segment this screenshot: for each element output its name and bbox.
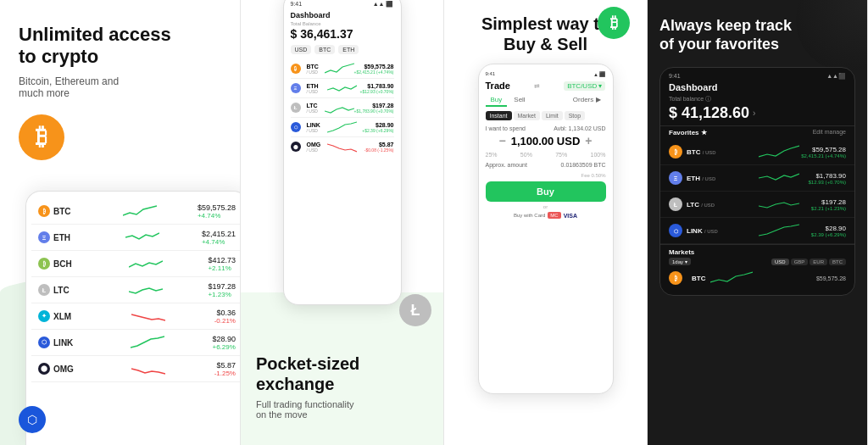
price-change: $2.39 (+6.29%) <box>799 232 846 237</box>
eth-dark-chart <box>759 170 799 186</box>
pct-25[interactable]: 25% <box>486 152 498 158</box>
time: 9:41 <box>486 71 496 77</box>
trade-pair: BTC/USD ▾ <box>564 81 605 91</box>
tab-buy[interactable]: Buy <box>486 94 508 107</box>
tab-usd[interactable]: USD <box>291 45 312 54</box>
eth-sub: / USD <box>307 89 327 94</box>
link-name: LINK <box>53 338 83 348</box>
omg-dot: ⬤ <box>38 363 50 375</box>
balance-row: $ 41,128.60 › <box>660 103 854 125</box>
tab-btc[interactable]: BTC <box>829 259 846 265</box>
tab-eur[interactable]: EUR <box>810 259 827 265</box>
tab-usd[interactable]: USD <box>771 259 789 265</box>
eth-info: ETH / USD <box>687 175 759 182</box>
statusbar: 9:41 ▲ ⬛ <box>486 71 606 77</box>
btc-market-name: BTC <box>692 275 705 282</box>
link-dot: ⬡ <box>38 337 50 348</box>
table-row: Ξ ETH / USD $1,783.90 +$12.93 (+0.70%) <box>291 79 394 98</box>
omg-sub: / USD <box>307 147 327 153</box>
favorites-section: Favorites ★ Edit manage <box>660 125 854 139</box>
spend-label: I want to spend <box>486 125 526 131</box>
table-row: ₿ BTC / USD $59,575.28 +$2,415.21 (+4.74… <box>291 59 394 79</box>
eth-name: ETH / USD <box>687 175 759 182</box>
btn-stop[interactable]: Stop <box>565 111 585 120</box>
omg-name: OMG <box>307 142 327 147</box>
link-sparkline <box>131 334 164 351</box>
trade-tabs: Buy Sell Orders ▶ <box>486 94 606 107</box>
ltc-price: $197.28 <box>208 282 236 291</box>
btn-market[interactable]: Market <box>514 111 540 120</box>
pct-100[interactable]: 100% <box>591 152 606 158</box>
panel-4-phone: 9:41 ▲▲⬛ Dashboard Total balance ⓘ $ 41,… <box>659 67 855 296</box>
time: 9:41 <box>669 73 681 80</box>
btc-market-dot: ₿ <box>669 271 682 285</box>
pct-75[interactable]: 75% <box>555 152 567 158</box>
ltc-sub: / USD <box>307 108 325 114</box>
panel-1-subtext: Bitcoin, Ethereum andmuch more <box>19 75 221 99</box>
btc-dot: ₿ <box>669 145 682 159</box>
signal-icons: ▲▲ ⬛ <box>373 1 394 8</box>
dashboard-title: Dashboard <box>291 11 394 19</box>
trade-screen: 9:41 ▲ ⬛ Trade ⇄ BTC/USD ▾ Buy Sell Orde… <box>479 64 613 219</box>
omg-change: -1.25% <box>214 370 236 377</box>
market-row: ₿ BTC $59,575.28 <box>660 268 854 288</box>
timeframe-1day[interactable]: 1day ▾ <box>669 258 691 265</box>
buywithcard-label: Buy with Card <box>514 213 545 218</box>
amount-row: − 1,100.00 USD + <box>486 134 606 147</box>
link-price: $28.90 <box>212 335 236 343</box>
favorites-label: Favorites ★ <box>669 129 707 136</box>
link-change: +6.29% <box>212 343 236 351</box>
table-row: ⬤ OMG $5.87 -1.25% <box>31 356 241 382</box>
table-row: Ξ ETH $2,415.21 +4.74% <box>31 225 241 251</box>
btn-instant[interactable]: Instant <box>486 111 512 120</box>
price-change: $2.21 (+1.23%) <box>799 206 846 211</box>
dark-table-row: ⬡ LINK / USD $28.90 $2.39 (+6.29%) <box>660 218 854 244</box>
panel-unlimited-access: Unlimited accessto crypto Bitcoin, Ether… <box>0 0 241 445</box>
bch-dot: ₿ <box>38 258 50 270</box>
ltc-dot: Ł <box>669 197 682 211</box>
table-row: ⬡ LINK $28.90 +6.29% <box>31 330 241 356</box>
or-divider: or <box>486 204 606 209</box>
minus-button[interactable]: − <box>498 134 505 147</box>
ltc-price: $197.28 <box>354 103 394 108</box>
dark-dashboard-title: Dashboard <box>660 82 854 95</box>
tab-btc[interactable]: BTC <box>314 45 335 54</box>
tab-eth[interactable]: ETH <box>338 45 359 54</box>
eth-dot: Ξ <box>291 83 301 93</box>
link-info: LINK / USD <box>687 227 759 235</box>
tab-sell[interactable]: Sell <box>509 94 530 107</box>
price-value: $28.90 <box>799 225 846 232</box>
price-value: $59,575.28 <box>799 146 846 153</box>
btc-market-chart <box>710 270 753 286</box>
omg-sparkline <box>131 360 165 377</box>
xlm-dot: ✦ <box>38 310 50 322</box>
btc-price: $59,575.28 <box>354 64 394 70</box>
btn-limit[interactable]: Limit <box>542 111 563 120</box>
chainlink-bottom-icon: ⬡ <box>19 406 46 433</box>
visa-badge: VISA <box>564 213 577 219</box>
tab-gbp[interactable]: GBP <box>791 259 809 265</box>
edit-manage[interactable]: Edit manage <box>813 129 846 136</box>
link-name: LINK <box>307 122 327 128</box>
table-row: ⬡ LINK / USD $28.90 +$2.39 (+6.29%) <box>291 118 394 137</box>
moon-decoration <box>796 0 868 71</box>
tab-orders[interactable]: Orders ▶ <box>568 94 606 107</box>
ltc-chart <box>325 101 354 114</box>
link-dot: ⬡ <box>669 224 682 237</box>
omg-price: $5.87 <box>214 361 236 370</box>
trade-header: Trade ⇄ BTC/USD ▾ <box>486 81 606 91</box>
order-types: Instant Market Limit Stop <box>486 111 606 120</box>
approx-value: 0.01863509 BTC <box>561 162 606 168</box>
ltc-name: LTC / USD <box>687 201 759 209</box>
ltc-dark-chart <box>759 196 799 213</box>
panel-2-headline: Pocket-sizedexchange <box>256 353 428 394</box>
ltc-change: +$1,783.90 (+0.70%) <box>354 108 394 114</box>
buy-button[interactable]: Buy <box>486 181 606 202</box>
btc-market-price: $59,575.28 <box>816 275 846 281</box>
buy-with-card-row[interactable]: Buy with Card MC VISA <box>486 212 606 219</box>
ltc-info: LTC / USD <box>687 201 759 209</box>
pct-50[interactable]: 50% <box>520 152 532 158</box>
link-dark-price: $28.90 $2.39 (+6.29%) <box>799 225 846 237</box>
plus-button[interactable]: + <box>585 134 592 147</box>
ltc-name: LTC <box>53 286 83 295</box>
